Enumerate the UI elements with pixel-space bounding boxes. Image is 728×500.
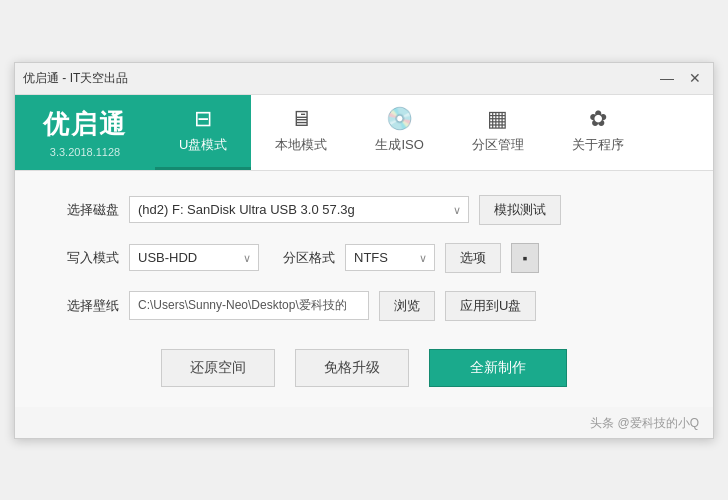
main-content: 选择磁盘 (hd2) F: SanDisk Ultra USB 3.0 57.3… — [15, 171, 713, 407]
close-button[interactable]: ✕ — [685, 68, 705, 88]
tab-usb-mode[interactable]: ⊟ U盘模式 — [155, 95, 251, 170]
tab-local-label: 本地模式 — [275, 136, 327, 154]
options-button[interactable]: 选项 — [445, 243, 501, 273]
wallpaper-label: 选择壁纸 — [47, 297, 119, 315]
logo-text: 优启通 — [43, 107, 127, 142]
main-window: 优启通 - IT天空出品 — ✕ 优启通 3.3.2018.1128 ⊟ U盘模… — [14, 62, 714, 439]
write-mode-select[interactable]: USB-HDD — [129, 244, 259, 271]
disk-label: 选择磁盘 — [47, 201, 119, 219]
tab-about-label: 关于程序 — [572, 136, 624, 154]
icon-button[interactable]: ▪ — [511, 243, 539, 273]
header: 优启通 3.3.2018.1128 ⊟ U盘模式 🖥 本地模式 💿 生成ISO … — [15, 95, 713, 171]
partition-format-label: 分区格式 — [283, 249, 335, 267]
window-title: 优启通 - IT天空出品 — [23, 70, 128, 87]
about-icon: ✿ — [589, 108, 607, 130]
usb-mode-icon: ⊟ — [194, 108, 212, 130]
partition-select-wrapper: NTFS — [345, 244, 435, 271]
tab-partition[interactable]: ▦ 分区管理 — [448, 95, 548, 170]
disk-select[interactable]: (hd2) F: SanDisk Ultra USB 3.0 57.3g — [129, 196, 469, 223]
logo-section: 优启通 3.3.2018.1128 — [15, 95, 155, 170]
disk-row: 选择磁盘 (hd2) F: SanDisk Ultra USB 3.0 57.3… — [47, 195, 681, 225]
window-controls: — ✕ — [657, 68, 705, 88]
minimize-button[interactable]: — — [657, 68, 677, 88]
tab-partition-label: 分区管理 — [472, 136, 524, 154]
tab-usb-label: U盘模式 — [179, 136, 227, 154]
local-mode-icon: 🖥 — [290, 108, 312, 130]
write-mode-row: 写入模式 USB-HDD 分区格式 NTFS 选项 ▪ — [47, 243, 681, 273]
partition-format-select[interactable]: NTFS — [345, 244, 435, 271]
restore-button[interactable]: 还原空间 — [161, 349, 275, 387]
tab-iso-label: 生成ISO — [375, 136, 423, 154]
write-mode-label: 写入模式 — [47, 249, 119, 267]
create-button[interactable]: 全新制作 — [429, 349, 567, 387]
watermark: 头条 @爱科技的小Q — [15, 407, 713, 438]
apply-button[interactable]: 应用到U盘 — [445, 291, 536, 321]
tab-about[interactable]: ✿ 关于程序 — [548, 95, 648, 170]
simulate-button[interactable]: 模拟测试 — [479, 195, 561, 225]
wallpaper-path: C:\Users\Sunny-Neo\Desktop\爱科技的 — [129, 291, 369, 320]
tab-local-mode[interactable]: 🖥 本地模式 — [251, 95, 351, 170]
footer-row: 还原空间 免格升级 全新制作 — [47, 349, 681, 387]
browse-button[interactable]: 浏览 — [379, 291, 435, 321]
wallpaper-row: 选择壁纸 C:\Users\Sunny-Neo\Desktop\爱科技的 浏览 … — [47, 291, 681, 321]
nav-tabs: ⊟ U盘模式 🖥 本地模式 💿 生成ISO ▦ 分区管理 ✿ 关于程序 — [155, 95, 713, 170]
title-bar: 优启通 - IT天空出品 — ✕ — [15, 63, 713, 95]
write-mode-select-wrapper: USB-HDD — [129, 244, 259, 271]
iso-icon: 💿 — [386, 108, 413, 130]
watermark-text: 头条 @爱科技的小Q — [590, 416, 699, 430]
disk-select-wrapper: (hd2) F: SanDisk Ultra USB 3.0 57.3g — [129, 196, 469, 223]
partition-icon: ▦ — [487, 108, 508, 130]
tab-iso[interactable]: 💿 生成ISO — [351, 95, 447, 170]
logo-version: 3.3.2018.1128 — [50, 146, 120, 158]
upgrade-button[interactable]: 免格升级 — [295, 349, 409, 387]
